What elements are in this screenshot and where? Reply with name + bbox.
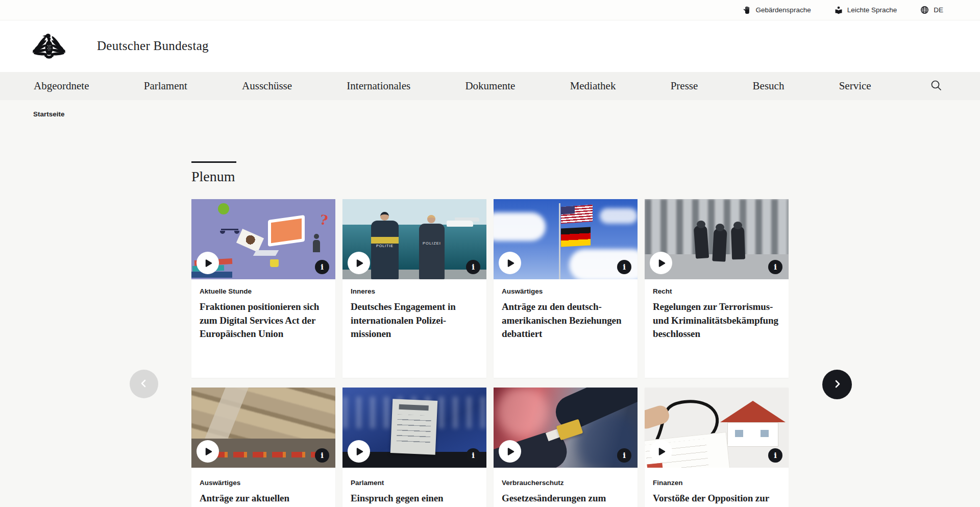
card-kicker: Parlament [351,479,478,487]
card-body: Aktuelle Stunde Fraktionen positionieren… [191,279,335,341]
info-button[interactable]: i [768,448,782,463]
search-button[interactable] [926,76,946,96]
art [720,401,786,422]
card-body: Auswärtiges Anträge zur aktuellen Situat… [191,468,335,507]
video-card[interactable]: i Finanzen Vorstöße der Opposition zur h… [645,388,789,507]
bundestag-eagle-logo-icon [33,31,65,61]
video-card[interactable]: ? i Aktuelle Stunde Fraktionen positioni… [191,199,335,378]
video-card[interactable]: i Auswärtiges Anträge zur aktuellen Situ… [191,388,335,507]
nav-item-service[interactable]: Service [839,80,871,92]
art [220,231,225,234]
nav-item-internationales[interactable]: Internationales [347,80,410,92]
art [380,212,389,221]
card-kicker: Verbraucherschutz [502,479,629,487]
nav-item-besuch[interactable]: Besuch [753,80,785,92]
search-icon [930,79,942,93]
art [253,250,279,256]
card-image: i [191,388,335,468]
section-rule [191,161,236,163]
play-button[interactable] [499,252,521,274]
card-image: i [645,199,789,279]
nav-item-dokumente[interactable]: Dokumente [465,80,515,92]
card-title: Gesetzesänderungen zum Schutz von Verbra… [502,492,629,507]
play-button[interactable] [197,252,219,274]
card-body: Verbraucherschutz Gesetzesänderungen zum… [494,468,638,507]
video-card[interactable]: i Auswärtiges Anträge zu den deutsch-ame… [494,199,638,378]
art [270,259,279,267]
card-image: i [342,388,486,468]
nav-item-parlament[interactable]: Parlament [144,80,187,92]
art [234,231,239,234]
art [427,215,435,223]
art [371,237,399,244]
chevron-left-icon [138,377,150,391]
card-image: ? i [191,199,335,279]
art [733,222,742,229]
art [314,234,319,239]
art [561,206,575,214]
plenum-section-head: Plenum [191,161,236,185]
play-button[interactable] [650,440,672,463]
art [694,225,709,259]
video-card[interactable]: i Parlament Einspruch gegen einen Ordnun… [342,388,486,507]
main-navigation: Abgeordnete Parlament Ausschüsse Interna… [0,72,980,100]
card-title: Deutsches Engagement in internationalen … [351,300,478,341]
art: POLITIE [371,221,399,279]
info-button[interactable]: i [466,260,480,274]
info-button[interactable]: i [315,260,329,274]
card-title: Vorstöße der Opposition zur höheren Erbs… [653,492,780,507]
info-button[interactable]: i [768,260,782,274]
art: ? [319,212,329,228]
info-button[interactable]: i [315,448,329,463]
play-button[interactable] [197,440,219,463]
nav-item-ausschuesse[interactable]: Ausschüsse [242,80,292,92]
home-logo-link[interactable]: Deutscher Bundestag [33,31,209,61]
carousel-next-button[interactable] [822,370,852,399]
art [236,229,264,252]
video-card[interactable]: i Recht Regelungen zur Terrorismus- und … [645,199,789,378]
breadcrumb-startseite[interactable]: Startseite [33,110,65,118]
art [712,228,727,261]
card-title: Anträge zur aktuellen Situation im Sudan… [200,492,327,507]
sign-language-hand-icon [743,6,751,14]
art [559,203,560,279]
card-title: Einspruch gegen einen Ordnungsruf zurück… [351,492,478,507]
globe-icon [920,6,929,14]
card-title: Fraktionen positionieren sich zum Digita… [200,300,327,341]
card-kicker: Finanzen [653,479,780,487]
play-button[interactable] [348,440,370,463]
video-card[interactable]: i Verbraucherschutz Gesetzesänderungen z… [494,388,638,507]
plenum-card-grid: ? i Aktuelle Stunde Fraktionen positioni… [191,199,789,507]
art [214,452,319,457]
site-title: Deutscher Bundestag [97,39,209,53]
carousel-prev-button[interactable] [130,370,158,398]
card-body: Parlament Einspruch gegen einen Ordnungs… [342,468,486,507]
bundestag-homepage: Gebärdensprache Leichte Sprache [0,0,980,507]
card-body: Recht Regelungen zur Terrorismus- und Kr… [645,279,789,341]
play-button[interactable] [499,440,521,463]
nav-item-abgeordnete[interactable]: Abgeordnete [34,80,89,92]
art: POLIZEI [419,224,445,279]
info-button[interactable]: i [617,260,631,274]
info-button[interactable]: i [466,448,480,463]
topbar-link-language[interactable]: DE [920,6,943,14]
art [561,227,591,247]
card-kicker: Auswärtiges [502,287,629,295]
card-kicker: Auswärtiges [200,479,327,487]
topbar-link-leichte-sprache[interactable]: Leichte Sprache [835,6,897,14]
card-image: POLITIE POLIZEI i [342,199,486,279]
topbar: Gebärdensprache Leichte Sprache [0,0,980,20]
site-header: Deutscher Bundestag [0,20,980,72]
nav-item-presse[interactable]: Presse [671,80,698,92]
play-button[interactable] [348,252,370,274]
card-body: Finanzen Vorstöße der Opposition zur höh… [645,468,789,507]
play-button[interactable] [650,252,672,274]
video-card[interactable]: POLITIE POLIZEI i Inneres Deutsches Enga… [342,199,486,378]
nav-item-mediathek[interactable]: Mediathek [570,80,616,92]
card-image: i [494,199,638,279]
info-button[interactable]: i [617,448,631,463]
topbar-link-gebaerdensprache[interactable]: Gebärdensprache [743,6,811,14]
card-kicker: Aktuelle Stunde [200,287,327,295]
art [561,205,593,224]
card-title: Regelungen zur Terrorismus- und Kriminal… [653,300,780,341]
